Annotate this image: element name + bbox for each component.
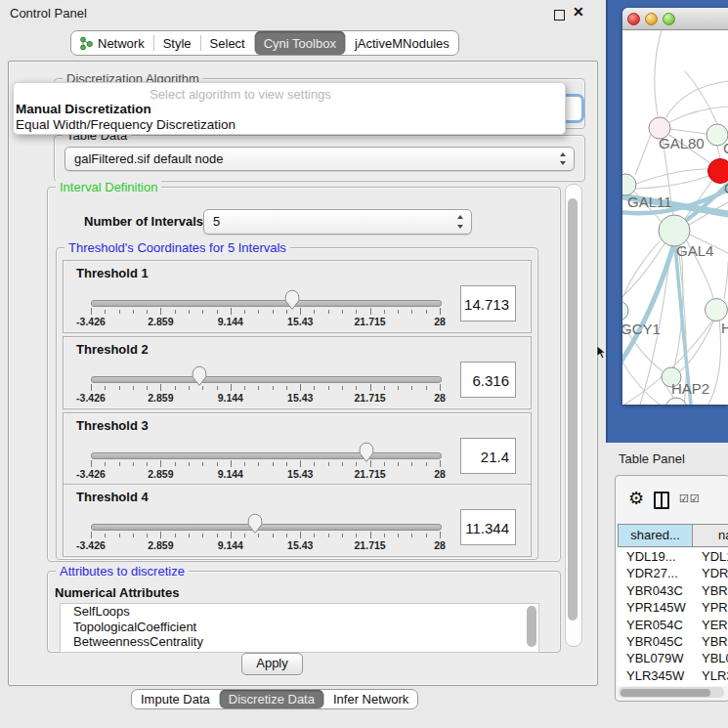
tab-jactivemnodules[interactable]: jActiveMNodules <box>346 31 458 55</box>
slider-tick-label: 2.859 <box>148 316 173 327</box>
network-node-h[interactable] <box>706 299 728 321</box>
table-row[interactable]: YDR27...YDR27... <box>618 565 728 581</box>
settings-scrollbar[interactable] <box>565 184 582 647</box>
attribute-list-item[interactable]: TopologicalCoefficient <box>61 620 538 635</box>
slider-tick <box>384 386 385 390</box>
slider-thumb[interactable] <box>284 289 300 311</box>
column-header-shared[interactable]: shared... <box>618 524 693 547</box>
slider-tick <box>105 386 106 390</box>
network-edge <box>635 135 651 175</box>
slider-tick <box>119 310 120 314</box>
number-of-intervals-select[interactable]: 5 <box>203 209 472 235</box>
table-cell-name: YDL19... <box>693 548 728 565</box>
column-header-name[interactable]: name <box>692 524 728 547</box>
slider-thumb[interactable] <box>359 442 374 463</box>
network-node-label: GAL4 <box>676 242 713 259</box>
attribute-list-item[interactable]: BetweennessCentrality <box>61 634 538 650</box>
attribute-list-item[interactable]: SelfLoops <box>61 604 538 620</box>
network-window-titlebar[interactable] <box>622 8 728 30</box>
slider-tick <box>328 310 329 314</box>
bottom-tab-infer-network[interactable]: Infer Network <box>324 690 417 708</box>
tab-style[interactable]: Style <box>154 31 200 55</box>
gear-icon[interactable]: ⚙ <box>628 488 644 509</box>
list-scrollbar-thumb[interactable] <box>527 606 536 647</box>
threshold-slider-track[interactable] <box>91 376 442 383</box>
slider-tick-label: 21.715 <box>355 316 386 327</box>
tab-cyni-toolbox[interactable]: Cyni Toolbox <box>255 31 345 55</box>
slider-tick <box>370 308 371 315</box>
slider-tick-label: -3.426 <box>76 539 106 551</box>
slider-tick-label: 2.859 <box>148 539 173 551</box>
table-row[interactable]: YLR345WYLR345W <box>618 667 728 684</box>
slider-tick-label: 15.43 <box>287 392 313 404</box>
slider-tick <box>91 384 92 391</box>
slider-thumb[interactable] <box>247 513 263 535</box>
algorithm-dropdown-popup: Select algorithm to view settings Manual… <box>13 82 566 135</box>
zoom-traffic-light-icon[interactable] <box>663 13 675 25</box>
bottom-tab-discretize-data[interactable]: Discretize Data <box>220 690 323 708</box>
table-row[interactable]: YBR043CYBR043C <box>618 582 728 599</box>
numerical-attributes-list[interactable]: SelfLoopsTopologicalCoefficientBetweenne… <box>60 603 539 653</box>
close-traffic-light-icon[interactable] <box>627 13 640 25</box>
settings-scrollbar-thumb[interactable] <box>568 198 578 621</box>
slider-tick <box>411 534 412 537</box>
slider-tick-label: 15.43 <box>287 468 313 480</box>
float-window-icon[interactable] <box>554 10 565 21</box>
network-node-label: HAP2 <box>671 380 709 397</box>
table-row[interactable]: YIL052CYIL052C <box>618 684 728 686</box>
bottom-tab-impute-data[interactable]: Impute Data <box>132 690 219 708</box>
table-horizontal-scrollbar[interactable] <box>619 687 724 698</box>
tab-select[interactable]: Select <box>201 31 254 55</box>
apply-button[interactable]: Apply <box>241 653 303 675</box>
minimize-traffic-light-icon[interactable] <box>645 13 658 25</box>
slider-tick-label: 15.43 <box>287 316 313 327</box>
threshold-value-field[interactable]: 21.4 <box>460 438 516 474</box>
network-node-gcy1[interactable] <box>622 301 628 321</box>
threshold-value-field[interactable]: 6.316 <box>460 362 516 398</box>
threshold-slider-track[interactable] <box>91 452 442 459</box>
table-row[interactable]: YER054CYER054C <box>618 617 728 633</box>
slider-tick <box>411 386 412 390</box>
slider-tick <box>398 534 399 537</box>
mouse-cursor <box>597 346 606 359</box>
slider-tick <box>175 462 176 466</box>
network-node[interactable] <box>665 398 687 405</box>
group-label-attributes: Attributes to discretize <box>56 564 189 578</box>
tab-network[interactable]: Network <box>71 31 153 55</box>
table-cell-shared-name: YER054C <box>618 617 693 633</box>
table-hscroll-thumb[interactable] <box>621 689 710 697</box>
algorithm-option-equal-width-frequency-discretization[interactable]: Equal Width/Frequency Discretization <box>16 117 236 132</box>
checkbox-icons[interactable]: ☑☑ <box>679 492 701 505</box>
slider-tick-label: 28 <box>434 316 446 327</box>
slider-tick <box>217 310 218 314</box>
slider-tick <box>314 310 315 314</box>
threshold-value-field[interactable]: 14.713 <box>460 285 516 321</box>
close-icon[interactable]: ✕ <box>573 4 584 20</box>
network-canvas[interactable]: GAL80GACGAL11GAL4GCY1HHAP2 <box>622 30 728 405</box>
slider-tick-label: 9.144 <box>218 468 243 480</box>
table-data-select[interactable]: galFiltered.sif default node <box>64 147 575 171</box>
table-row[interactable]: YBL079WYBL079W <box>618 650 728 666</box>
number-of-intervals-label: Number of Intervals <box>84 214 203 229</box>
slider-tick <box>244 386 245 390</box>
group-label-threshold-coordinates: Threshold's Coordinates for 5 Intervals <box>64 240 290 255</box>
table-row[interactable]: YBR045CYBR045C <box>618 633 728 650</box>
network-edge <box>669 107 728 122</box>
table-panel-title: Table Panel <box>619 451 685 466</box>
threshold-label: Threshold 2 <box>76 342 149 357</box>
slider-tick <box>244 534 245 537</box>
slider-tick <box>273 386 274 390</box>
slider-tick <box>175 534 176 537</box>
threshold-slider-track[interactable] <box>91 300 442 307</box>
slider-thumb[interactable] <box>192 365 207 387</box>
slider-tick <box>440 460 441 467</box>
algorithm-option-manual-discretization[interactable]: Manual Discretization <box>16 102 151 116</box>
threshold-value-field[interactable]: 11.344 <box>460 509 516 545</box>
column-layout-icon[interactable] <box>654 492 669 509</box>
table-row[interactable]: YDL19...YDL19... <box>618 548 728 565</box>
slider-tick <box>231 384 232 391</box>
slider-tick <box>286 534 287 537</box>
table-row[interactable]: YPR145WYPR145W <box>618 599 728 616</box>
threshold-slider-track[interactable] <box>91 524 442 531</box>
slider-tick <box>328 386 329 390</box>
